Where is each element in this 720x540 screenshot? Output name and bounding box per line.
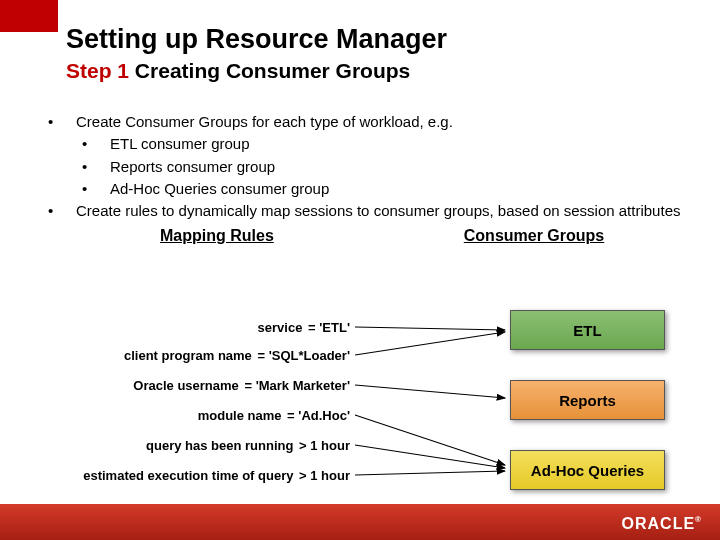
arrow-service-etl — [355, 327, 505, 330]
title-block: Setting up Resource Manager Step 1 Creat… — [66, 24, 447, 83]
group-reports: Reports — [510, 380, 665, 420]
footer-bar: ORACLE® — [0, 504, 720, 540]
bullet-1a: ETL consumer group — [104, 134, 690, 154]
consumer-groups-label: Consumer Groups — [464, 225, 604, 247]
mapping-diagram: service = 'ETL' client program name = 'S… — [0, 300, 720, 495]
content-body: Create Consumer Groups for each type of … — [70, 112, 690, 247]
group-etl: ETL — [510, 310, 665, 350]
arrow-username-reports — [355, 385, 505, 398]
bullet-1: Create Consumer Groups for each type of … — [70, 112, 690, 132]
mapping-rules-label: Mapping Rules — [160, 225, 274, 247]
rule-service: service = 'ETL' — [258, 320, 350, 335]
step-label: Step 1 — [66, 59, 129, 82]
group-adhoc: Ad-Hoc Queries — [510, 450, 665, 490]
arrow-estimated-adhoc — [355, 471, 505, 475]
arrow-clientprog-etl — [355, 332, 505, 355]
bullet-1b: Reports consumer group — [104, 157, 690, 177]
rule-client-program: client program name = 'SQL*Loader' — [124, 348, 350, 363]
arrow-module-adhoc — [355, 415, 505, 465]
oracle-logo: ORACLE® — [622, 515, 702, 533]
rule-query-running: query has been running > 1 hour — [146, 438, 350, 453]
labels-row: Mapping Rules Consumer Groups — [70, 225, 690, 247]
rule-oracle-username: Oracle username = 'Mark Marketer' — [133, 378, 350, 393]
bullet-2: Create rules to dynamically map sessions… — [70, 201, 690, 221]
page-subtitle: Step 1 Creating Consumer Groups — [66, 59, 447, 83]
bullet-1c: Ad-Hoc Queries consumer group — [104, 179, 690, 199]
brand-corner — [0, 0, 58, 32]
arrow-running-adhoc — [355, 445, 505, 468]
subtitle-rest: Creating Consumer Groups — [129, 59, 410, 82]
rule-estimated-time: estimated execution time of query > 1 ho… — [83, 468, 350, 483]
rule-module-name: module name = 'Ad.Hoc' — [198, 408, 350, 423]
page-title: Setting up Resource Manager — [66, 24, 447, 55]
